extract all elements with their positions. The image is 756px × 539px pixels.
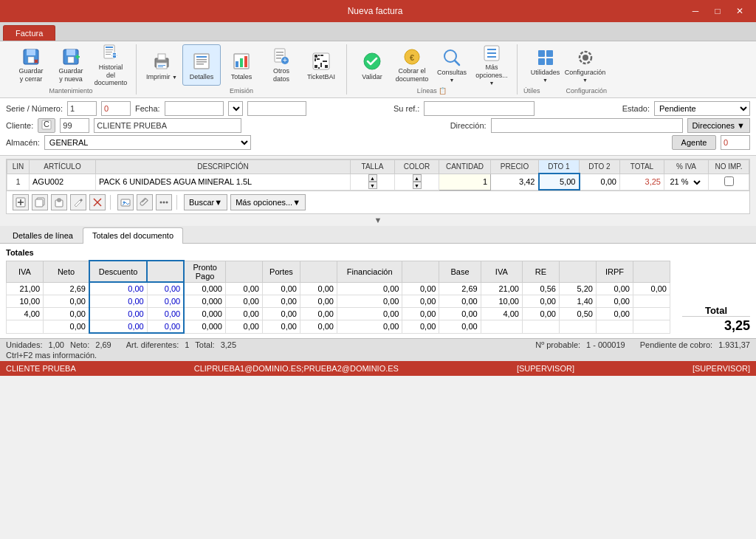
td-desc1-2[interactable]: 0,00 (89, 295, 147, 308)
svg-rect-32 (276, 52, 284, 53)
paste-special-btn[interactable] (51, 194, 67, 210)
td-pronto1-2: 0,000 (184, 295, 225, 308)
cell-cantidad[interactable]: 1 (439, 174, 491, 190)
td-portes1-3: 0,00 (262, 308, 300, 320)
almacen-label: Almacén: (6, 138, 40, 147)
cell-descripcion[interactable]: PACK 6 UNIDADES AGUA MINERAL 1.5L (96, 174, 351, 190)
collapse-arrow[interactable]: ▼ (0, 214, 756, 226)
th-iva: IVA (7, 261, 44, 282)
configuracion-button[interactable]: Configuración ▼ (566, 44, 605, 86)
numero-input[interactable] (101, 101, 131, 116)
mas-opciones-button[interactable]: Másopciones... ▼ (472, 44, 511, 86)
direccion-label: Dirección: (450, 121, 487, 130)
td-financ2-4: 0,00 (402, 320, 439, 334)
color-down[interactable]: ▼ (413, 182, 422, 189)
cell-lin: 1 (7, 174, 30, 190)
totals-section: Totales IVA Neto Descuento Pronto Pago P… (0, 244, 756, 338)
cell-color: ▲ ▼ (395, 174, 439, 190)
imprimir-button[interactable]: Imprimir ▼ (142, 44, 181, 86)
fecha-text[interactable] (247, 101, 306, 116)
cell-dto2[interactable]: 0,00 (580, 174, 620, 190)
cliente-id-input[interactable] (60, 118, 89, 133)
line-toolbar: Buscar ▼ Más opciones... ▼ (7, 190, 749, 213)
otros-datos-button[interactable]: + Otrosdatos (262, 44, 300, 86)
td-desc2-2[interactable]: 0,00 (147, 295, 184, 308)
th-pronto1: Pronto Pago (184, 261, 225, 282)
td-re-4 (522, 320, 559, 334)
iva-select[interactable]: ▼ (691, 178, 703, 187)
color-up[interactable]: ▲ (413, 174, 422, 182)
col-lin: LIN (7, 160, 30, 174)
guardar-cerrar-button[interactable]: Guardary cerrar (12, 44, 50, 86)
tab-totales-documento[interactable]: Totales del documento (83, 227, 183, 244)
close-button[interactable]: ✕ (729, 4, 750, 18)
consultas-button[interactable]: Consultas ▼ (433, 44, 471, 86)
su-ref-input[interactable] (424, 101, 535, 116)
validar-button[interactable]: Validar (353, 44, 391, 86)
cliente-name-input[interactable] (94, 118, 241, 133)
talla-up[interactable]: ▲ (368, 174, 377, 182)
cobrar-button[interactable]: € Cobrar eldocumento (393, 44, 431, 86)
pendiente-label: Pendiente de cobro: (640, 340, 712, 349)
td-portes1-4: 0,00 (262, 320, 300, 334)
cell-articulo[interactable]: AGU002 (30, 174, 96, 190)
ticketbai-button[interactable]: TicketBAI (302, 44, 340, 86)
utilidades-button[interactable]: Utilidades ▼ (526, 44, 565, 86)
attachment-btn[interactable] (137, 194, 153, 210)
mas-opciones-linea-button[interactable]: Más opciones... ▼ (230, 194, 306, 210)
emision-label: Emisión (230, 87, 253, 95)
toolbar: Guardary cerrar Guardary nueva H Histori… (0, 41, 756, 98)
td-desc1-1[interactable]: 0,00 (89, 282, 147, 295)
svg-rect-21 (158, 66, 163, 67)
art-dif-label: Art. diferentes: (126, 340, 179, 349)
guardar-nueva-button[interactable]: Guardary nueva (52, 44, 90, 86)
copy-line-btn[interactable] (32, 194, 48, 210)
direcciones-button[interactable]: Direcciones ▼ (687, 118, 750, 133)
image-btn[interactable] (117, 194, 134, 210)
td-pronto2-2: 0,00 (225, 295, 262, 308)
td-desc1-3[interactable]: 0,00 (89, 308, 147, 320)
th-re: RE (522, 261, 559, 282)
footer-cliente: CLIENTE PRUEBA (6, 364, 76, 373)
td-desc2-3[interactable]: 0,00 (147, 308, 184, 320)
totales-label: Totales (231, 73, 252, 80)
cell-total: 3,25 (620, 174, 664, 190)
historial-button[interactable]: H Historial deldocumento (92, 44, 130, 86)
tab-factura[interactable]: Factura (3, 25, 55, 41)
svg-rect-55 (487, 52, 496, 54)
totales-button[interactable]: Totales (222, 44, 261, 86)
svg-rect-34 (276, 58, 281, 59)
svg-text:€: € (410, 53, 414, 62)
agente-button[interactable]: Agente (672, 135, 716, 150)
noimpa-checkbox[interactable] (724, 176, 734, 186)
col-color: COLOR (395, 160, 439, 174)
td-re2-1: 5,20 (559, 282, 596, 295)
svg-rect-1 (27, 49, 35, 55)
restore-button[interactable]: □ (707, 4, 728, 18)
estado-select[interactable]: Pendiente (654, 101, 750, 116)
detalles-button[interactable]: Detalles (182, 44, 221, 86)
add-line-btn[interactable] (13, 194, 29, 210)
cell-dto1[interactable]: 5,00 (539, 174, 580, 190)
td-desc2-4[interactable]: 0,00 (147, 320, 184, 334)
cliente-type-btn[interactable]: C (38, 118, 55, 133)
almacen-select[interactable]: GENERAL (44, 135, 251, 150)
tab-detalles-linea[interactable]: Detalles de línea (3, 227, 83, 243)
direccion-input[interactable] (491, 118, 683, 133)
agente-input[interactable] (721, 135, 750, 150)
total-s-value: 3,25 (221, 340, 236, 349)
fecha-dropdown[interactable]: ▼ (228, 101, 243, 116)
minimize-button[interactable]: ─ (685, 4, 706, 18)
td-desc1-4[interactable]: 0,00 (89, 320, 147, 334)
delete-line-btn[interactable] (89, 194, 106, 210)
extra-btn[interactable] (156, 194, 172, 210)
serie-input[interactable] (67, 101, 97, 116)
th-re2 (559, 261, 596, 282)
td-neto-3: 0,00 (44, 308, 90, 320)
cell-precio: 3,42 (491, 174, 539, 190)
td-desc2-1[interactable]: 0,00 (147, 282, 184, 295)
fecha-input[interactable] (165, 101, 224, 116)
buscar-button[interactable]: Buscar ▼ (184, 194, 227, 210)
talla-down[interactable]: ▼ (368, 182, 377, 189)
edit-line-btn[interactable] (70, 194, 86, 210)
